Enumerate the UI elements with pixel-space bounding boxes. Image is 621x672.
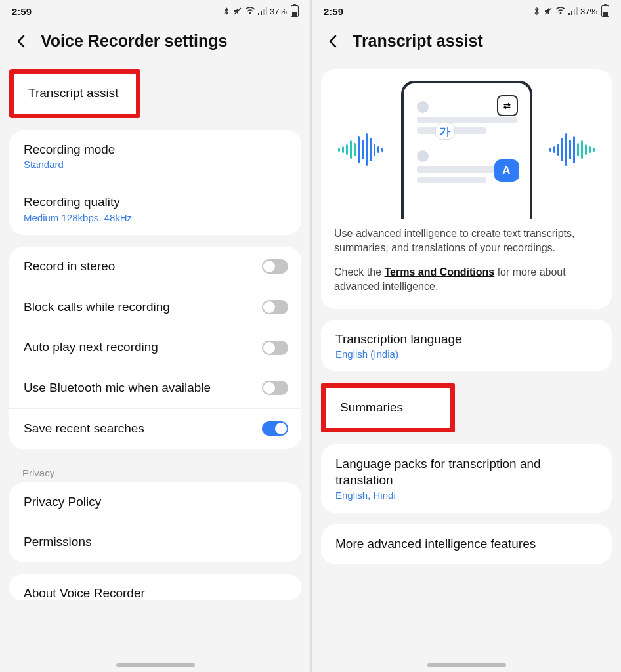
back-icon[interactable] bbox=[14, 34, 29, 49]
save-searches-label: Save recent searches bbox=[24, 421, 287, 437]
hero-card: ⇄ 가 A Use advanced intelligence to creat… bbox=[321, 69, 612, 309]
privacy-section-label: Privacy bbox=[0, 461, 310, 482]
letter-a-bubble-icon: A bbox=[494, 159, 519, 182]
status-bar: 2:59 37% bbox=[312, 0, 621, 20]
wifi-icon bbox=[245, 7, 255, 15]
permissions-row[interactable]: Permissions bbox=[9, 522, 301, 562]
bt-mic-row[interactable]: Use Bluetooth mic when available bbox=[9, 368, 301, 408]
language-packs-row[interactable]: Language packs for transcription and tra… bbox=[321, 444, 612, 513]
svg-rect-5 bbox=[266, 7, 267, 15]
mute-icon bbox=[544, 7, 553, 16]
recording-quality-value: Medium 128kbps, 48kHz bbox=[24, 212, 287, 223]
nav-pill[interactable] bbox=[116, 663, 195, 667]
bt-mic-toggle[interactable] bbox=[262, 381, 288, 395]
page-title: Voice Recorder settings bbox=[41, 32, 227, 51]
bluetooth-icon bbox=[223, 7, 230, 16]
svg-rect-4 bbox=[263, 9, 265, 15]
mute-icon bbox=[233, 7, 242, 16]
status-time: 2:59 bbox=[324, 6, 343, 17]
status-icons: 37% bbox=[533, 5, 609, 17]
svg-rect-9 bbox=[571, 11, 572, 15]
language-packs-value: English, Hindi bbox=[335, 490, 597, 501]
autoplay-label: Auto play next recording bbox=[24, 339, 287, 356]
description-text-1: Use advanced intelligence to create text… bbox=[334, 226, 599, 256]
transcription-language-label: Transcription language bbox=[335, 331, 597, 348]
privacy-policy-row[interactable]: Privacy Policy bbox=[9, 482, 301, 522]
battery-percent: 37% bbox=[580, 7, 597, 16]
screen-transcript-assist: 2:59 37% Tran bbox=[310, 0, 621, 672]
summaries-label: Summaries bbox=[340, 400, 436, 416]
recording-quality-label: Recording quality bbox=[24, 194, 287, 211]
status-icons: 37% bbox=[223, 5, 299, 17]
phone-illustration: ⇄ 가 A bbox=[401, 81, 532, 219]
about-row[interactable]: About Voice Recorder bbox=[9, 574, 301, 600]
svg-point-7 bbox=[559, 12, 561, 14]
status-bar: 2:59 37% bbox=[0, 0, 310, 20]
autoplay-toggle[interactable] bbox=[262, 341, 288, 355]
page-title: Transcript assist bbox=[353, 32, 483, 51]
battery-percent: 37% bbox=[270, 7, 287, 16]
svg-rect-11 bbox=[576, 7, 578, 15]
transcript-assist-row[interactable]: Transcript assist bbox=[9, 69, 140, 118]
block-calls-row[interactable]: Block calls while recording bbox=[9, 287, 301, 327]
recording-mode-value: Standard bbox=[24, 159, 287, 170]
description-text-2: Check the Terms and Conditions for more … bbox=[334, 265, 599, 295]
autoplay-row[interactable]: Auto play next recording bbox=[9, 327, 301, 368]
block-calls-toggle[interactable] bbox=[262, 300, 288, 314]
back-icon[interactable] bbox=[326, 34, 341, 49]
record-in-stereo-row[interactable]: Record in stereo bbox=[9, 247, 301, 287]
svg-rect-10 bbox=[574, 9, 575, 15]
svg-rect-3 bbox=[261, 11, 262, 15]
signal-icon bbox=[258, 7, 267, 15]
bluetooth-icon bbox=[533, 7, 541, 16]
signal-icon bbox=[568, 7, 578, 15]
status-time: 2:59 bbox=[12, 6, 32, 17]
recording-mode-row[interactable]: Recording mode Standard bbox=[9, 130, 301, 182]
waveform-right-icon bbox=[549, 133, 595, 166]
recording-mode-label: Recording mode bbox=[24, 142, 287, 158]
page-header: Transcript assist bbox=[312, 20, 621, 69]
illustration: ⇄ 가 A bbox=[334, 81, 599, 219]
nav-pill[interactable] bbox=[427, 663, 506, 667]
record-in-stereo-toggle[interactable] bbox=[262, 259, 288, 274]
save-searches-row[interactable]: Save recent searches bbox=[9, 408, 301, 449]
transcript-assist-label: Transcript assist bbox=[28, 85, 121, 102]
svg-rect-2 bbox=[258, 13, 259, 15]
privacy-policy-label: Privacy Policy bbox=[24, 494, 287, 511]
summaries-row[interactable]: Summaries bbox=[321, 383, 455, 432]
record-in-stereo-label: Record in stereo bbox=[24, 259, 287, 275]
block-calls-label: Block calls while recording bbox=[24, 299, 287, 316]
transcription-language-value: English (India) bbox=[335, 348, 597, 360]
svg-point-1 bbox=[249, 12, 251, 14]
wifi-icon bbox=[555, 7, 566, 15]
terms-link[interactable]: Terms and Conditions bbox=[384, 266, 494, 278]
more-features-label: More advanced intelligence features bbox=[335, 536, 597, 553]
battery-icon bbox=[601, 5, 609, 17]
bt-mic-label: Use Bluetooth mic when available bbox=[24, 380, 287, 396]
more-features-row[interactable]: More advanced intelligence features bbox=[321, 524, 612, 564]
permissions-label: Permissions bbox=[24, 534, 287, 551]
recording-quality-row[interactable]: Recording quality Medium 128kbps, 48kHz bbox=[9, 182, 301, 235]
page-header: Voice Recorder settings bbox=[0, 20, 310, 69]
translate-icon: ⇄ bbox=[497, 95, 518, 116]
battery-icon bbox=[291, 5, 299, 17]
transcription-language-row[interactable]: Transcription language English (India) bbox=[321, 320, 612, 372]
save-searches-toggle[interactable] bbox=[262, 421, 288, 436]
korean-bubble-icon: 가 bbox=[435, 123, 455, 140]
screen-voice-recorder-settings: 2:59 37% Voic bbox=[0, 0, 310, 672]
language-packs-label: Language packs for transcription and tra… bbox=[335, 456, 597, 488]
svg-rect-8 bbox=[568, 13, 570, 15]
waveform-left-icon bbox=[338, 133, 383, 166]
